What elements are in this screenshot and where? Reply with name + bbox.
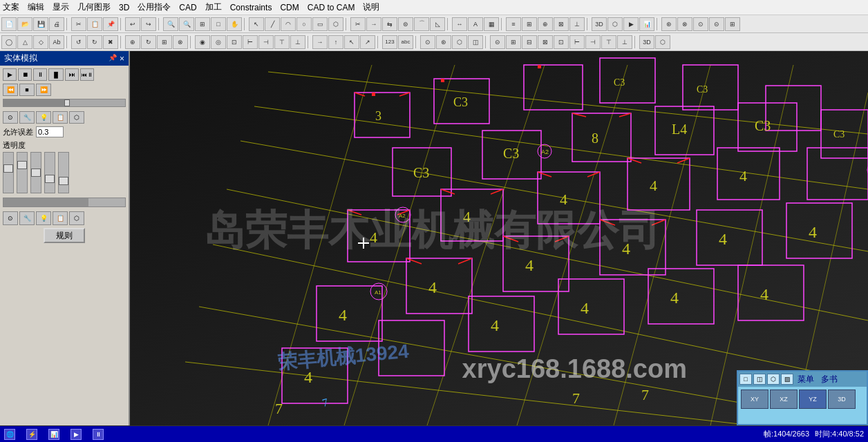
tb2-shapes3[interactable]: ◇	[33, 35, 48, 49]
panel-pin-btn[interactable]: 📌	[108, 54, 117, 64]
tb2-view3[interactable]: ⬡	[452, 35, 467, 49]
viewport[interactable]: 3 C3 C3 C3 C3	[130, 51, 868, 425]
tb-prop[interactable]: ⊞	[522, 17, 537, 31]
next-frame-btn[interactable]: ⏭	[65, 68, 79, 81]
tb2-view2[interactable]: ⊛	[436, 35, 451, 49]
slider-v4[interactable]	[44, 152, 55, 193]
tb-extend[interactable]: →	[366, 17, 381, 31]
mini-btn4[interactable]: ▨	[781, 374, 793, 385]
panel-close-btn[interactable]: ×	[120, 54, 124, 64]
icon-view3[interactable]: 💡	[36, 111, 51, 124]
tb2-num2[interactable]: abc	[398, 35, 413, 49]
menu-display[interactable]: 显示	[53, 1, 69, 13]
tb2-node3[interactable]: ⊡	[227, 35, 242, 49]
tb-extra1[interactable]: ⊛	[661, 17, 677, 31]
tb-extra4[interactable]: ⊝	[709, 17, 724, 31]
h-progress-bar[interactable]	[3, 198, 126, 207]
tb2-arrow3[interactable]: ↖	[344, 35, 359, 49]
tb-text[interactable]: A	[468, 17, 483, 31]
status-icon3[interactable]: 📊	[48, 429, 59, 440]
tb2-extra2[interactable]: ⊞	[506, 35, 521, 49]
tb-ortho[interactable]: ⊥	[569, 17, 585, 31]
tb2-arrow1[interactable]: →	[312, 35, 328, 49]
slider-v5[interactable]	[58, 152, 69, 193]
mini-btn3[interactable]: ⬡	[767, 374, 780, 385]
tb2-node7[interactable]: ⊥	[290, 35, 305, 49]
menu-3d[interactable]: 3D	[119, 3, 129, 12]
bi-icon4[interactable]: 📋	[53, 211, 68, 225]
slider-v3[interactable]	[30, 152, 41, 193]
tb-report[interactable]: 📊	[639, 17, 654, 31]
tb-dim[interactable]: ↔	[452, 17, 467, 31]
icon-view4[interactable]: 📋	[53, 111, 68, 124]
progress-bar[interactable]	[3, 99, 126, 107]
tb-mirror[interactable]: ⇆	[382, 17, 397, 31]
tb-save[interactable]: 💾	[33, 17, 48, 31]
tb-arc[interactable]: ◠	[281, 17, 296, 31]
tb-open[interactable]: 📂	[17, 17, 32, 31]
tb2-copy2[interactable]: ⊗	[173, 35, 188, 49]
tb-poly[interactable]: ⬡	[328, 17, 343, 31]
mini-view2[interactable]: XZ	[770, 390, 798, 409]
bi-icon3[interactable]: 💡	[36, 211, 51, 225]
icon-view5[interactable]: ⬡	[69, 111, 84, 124]
tb-render[interactable]: ⬡	[607, 17, 623, 31]
mini-view1[interactable]: XY	[741, 390, 768, 409]
tb-copy[interactable]: 📋	[87, 17, 102, 31]
tb-select[interactable]: ↖	[249, 17, 264, 31]
tb-pan[interactable]: ✋	[227, 17, 242, 31]
tb-layer[interactable]: ≡	[506, 17, 521, 31]
tb2-num1[interactable]: 123	[382, 35, 397, 49]
tb-line[interactable]: ╱	[265, 17, 280, 31]
menu-cdm[interactable]: CDM	[280, 3, 299, 12]
tb2-view4[interactable]: ◫	[468, 35, 483, 49]
tb2-extra6[interactable]: ⊢	[569, 35, 585, 49]
menu-common[interactable]: 公用指令	[138, 1, 171, 13]
tb2-extra9[interactable]: ⊥	[617, 35, 632, 49]
tolerance-input[interactable]	[36, 126, 64, 137]
tb2-3d1[interactable]: 3D	[639, 35, 654, 49]
menu-constraints[interactable]: Constraints	[230, 3, 272, 12]
tb2-scale[interactable]: ⊞	[157, 35, 172, 49]
menu-edit[interactable]: 编辑	[28, 1, 44, 13]
pause-btn[interactable]: ⏸	[33, 68, 47, 81]
bi-icon2[interactable]: 🔧	[19, 211, 35, 225]
menu-geometry[interactable]: 几何图形	[77, 1, 111, 13]
rules-button[interactable]: 规则	[44, 228, 85, 243]
tb-extra5[interactable]: ⊞	[725, 17, 740, 31]
tb2-arrow4[interactable]: ↗	[360, 35, 375, 49]
tb2-node6[interactable]: ⊤	[274, 35, 290, 49]
tb2-extra3[interactable]: ⊟	[522, 35, 537, 49]
tb-redo[interactable]: ↪	[141, 17, 156, 31]
speed-fast[interactable]: ⏩	[36, 84, 51, 96]
status-icon1[interactable]: 🌐	[4, 429, 15, 440]
tb-print[interactable]: 🖨	[49, 17, 64, 31]
tb2-move[interactable]: ⊕	[125, 35, 140, 49]
slider-v2[interactable]	[17, 152, 28, 193]
tb2-undo[interactable]: ↺	[71, 35, 86, 49]
tb2-extra4[interactable]: ⊠	[538, 35, 553, 49]
tb2-shapes1[interactable]: ◯	[1, 35, 17, 49]
frame-btn[interactable]: ▐▌	[48, 68, 64, 81]
mini-btn1[interactable]: □	[739, 374, 752, 385]
tb-rect[interactable]: ▭	[312, 17, 328, 31]
bi-icon1[interactable]: ⊙	[3, 211, 18, 225]
tb2-extra1[interactable]: ⊝	[490, 35, 505, 49]
tb2-extra5[interactable]: ⊡	[554, 35, 569, 49]
tb-grid[interactable]: ⊠	[554, 17, 569, 31]
menu-cad-to-cam[interactable]: CAD to CAM	[308, 3, 355, 12]
tb-paste[interactable]: 📌	[103, 17, 118, 31]
right-mini-menu[interactable]: 菜单	[795, 372, 817, 387]
menu-machining[interactable]: 加工	[205, 1, 222, 13]
mini-view3[interactable]: YZ	[799, 390, 827, 409]
tb-zoom-window[interactable]: □	[211, 17, 226, 31]
mini-view4[interactable]: 3D	[828, 390, 856, 409]
tb-undo[interactable]: ↩	[125, 17, 140, 31]
menu-help[interactable]: 说明	[363, 1, 379, 13]
icon-view1[interactable]: ⊙	[3, 111, 18, 124]
menu-file[interactable]: 文案	[3, 1, 19, 13]
status-icon4[interactable]: ▶	[70, 429, 82, 440]
tb2-arrow2[interactable]: ↑	[328, 35, 343, 49]
tb-zoom-fit[interactable]: ⊞	[195, 17, 210, 31]
play-btn[interactable]: ▶	[3, 68, 17, 81]
